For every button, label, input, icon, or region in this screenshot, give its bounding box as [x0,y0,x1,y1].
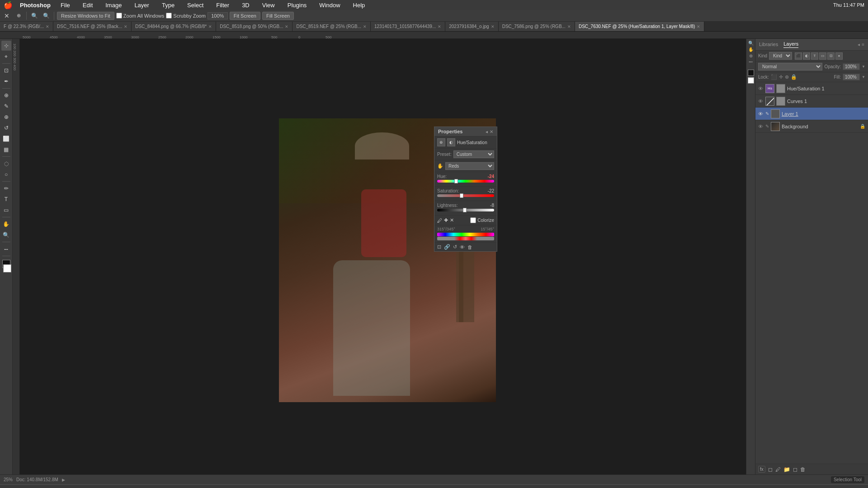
new-layer-icon[interactable]: ◻ [793,466,797,473]
hand-icon[interactable]: ✋ [437,163,443,169]
path-tool[interactable]: ✏ [1,183,11,193]
clip-icon[interactable]: ⊡ [437,244,441,250]
filter-pixel-btn[interactable]: ⬛ [795,52,802,60]
filter-smart-btn[interactable]: ⊡ [827,52,835,60]
crop-tool[interactable]: ⊡ [1,66,11,75]
filter-type-btn[interactable]: T [811,52,818,60]
menu-3d[interactable]: 3D [239,1,252,9]
type-tool[interactable]: T [1,194,11,204]
more-mini-tools[interactable]: ••• [749,60,752,64]
blend-mode-dropdown[interactable]: Normal Multiply Screen [758,63,822,70]
shape-tool[interactable]: ▭ [1,205,11,215]
gradient-tool[interactable]: ▦ [1,145,11,155]
layer-1[interactable]: 👁 ✎ Layer 1 [755,108,868,120]
panel-options-icon[interactable]: ≡ [862,42,864,47]
blur-tool[interactable]: ◌ [1,159,11,169]
new-fill-icon[interactable]: ◻ [768,466,773,473]
menu-view[interactable]: View [259,1,278,9]
menu-image[interactable]: Image [103,1,124,9]
eyedropper-tool[interactable]: ✒ [1,76,11,86]
tab-2[interactable]: DSC_7516.NEF @ 25% (Back... ✕ [53,22,132,32]
lightness-slider-thumb[interactable] [463,208,467,212]
eyedropper-minus-icon[interactable]: ✕ [450,217,454,223]
menu-plugins[interactable]: Plugins [285,1,310,9]
move-tool[interactable]: ✕ [2,11,12,21]
fill-input[interactable] [843,74,860,80]
layer-curves[interactable]: 👁 Curves 1 [755,95,868,108]
libraries-tab[interactable]: Libraries [759,42,778,48]
fit-screen-btn[interactable]: Fit Screen [230,12,260,20]
marquee-tool[interactable]: ⊕ [14,11,24,21]
menu-file[interactable]: File [58,1,73,9]
layer-vis-bg[interactable]: 👁 [758,124,764,129]
visibility-icon[interactable]: 👁 [460,244,465,250]
menu-layer[interactable]: Layer [132,1,152,9]
link-icon[interactable]: 🔗 [444,244,450,250]
panel-close-icon[interactable]: ✕ [490,129,493,134]
menu-help[interactable]: Help [350,1,368,9]
mini-color2[interactable] [748,77,754,84]
opacity-input[interactable] [843,63,860,70]
fill-screen-btn[interactable]: Fill Screen [262,12,294,20]
delete-layer-icon[interactable]: 🗑 [800,466,806,473]
new-group-icon[interactable]: 📁 [783,466,790,473]
tab-3[interactable]: DSC_84844.png @ 66.7% (RGB/8* ✕ [132,22,216,32]
canvas-content[interactable] [20,46,755,474]
tab-8-close[interactable]: ✕ [567,24,571,29]
tab-5-close[interactable]: ✕ [363,24,367,29]
filter-shape-btn[interactable]: ▭ [819,52,826,60]
filter-toggle[interactable]: ● [835,52,843,60]
layer-vis-1[interactable]: 👁 [758,111,764,117]
tab-8[interactable]: DSC_7586.png @ 25% (RGB... ✕ [499,22,575,32]
lock-pixels-icon[interactable]: ⬛ [771,74,777,80]
tab-2-close[interactable]: ✕ [124,24,127,29]
new-adjustment-icon[interactable]: 🖊 [775,466,781,473]
menu-window[interactable]: Window [316,1,343,9]
zoom-input[interactable] [208,12,228,19]
tab-3-close[interactable]: ✕ [208,24,212,29]
history-tool[interactable]: ↺ [1,123,11,133]
hue-slider-thumb[interactable] [454,179,458,183]
canvas-area[interactable]: 100 200 300 400 [13,39,755,474]
channel-dropdown[interactable]: Reds Master Yellows Greens Cyans Blues M… [445,162,494,170]
lock-artboard-icon[interactable]: ⊕ [785,74,789,80]
tab-7-close[interactable]: ✕ [491,24,495,29]
tab-1-close[interactable]: ✕ [46,24,49,29]
resize-windows-btn[interactable]: Resize Windows to Fit [57,12,114,20]
menu-filter[interactable]: Filter [213,1,232,9]
apple-menu[interactable]: 🍎 [4,1,13,9]
panel-expand-icon[interactable]: ◂ [486,129,488,134]
tab-7[interactable]: 20237916384_o.jpg ✕ [445,22,498,32]
layer-vis-hue-sat[interactable]: 👁 [758,86,764,91]
filter-adjust-btn[interactable]: ◐ [803,52,810,60]
healing-tool[interactable]: ⊕ [1,90,11,100]
saturation-slider-thumb[interactable] [460,193,463,198]
zoom-tool[interactable]: 🔍 [1,230,11,240]
eyedropper-plus-icon[interactable]: ✚ [444,217,448,223]
layer-vis-curves[interactable]: 👁 [758,99,764,104]
zoom-mini-tool[interactable]: 🔍 [748,41,754,46]
menu-type[interactable]: Type [159,1,177,9]
opacity-chevron[interactable]: ▼ [862,65,865,69]
tab-9[interactable]: DSC_7630.NEF @ 25% (Hue/Saturation 1, La… [575,22,705,32]
tab-9-close[interactable]: ✕ [697,24,700,29]
mini-color1[interactable] [748,70,754,76]
preset-dropdown[interactable]: Custom Default [453,150,494,158]
brush-tool[interactable]: ✎ [1,101,11,111]
tab-5[interactable]: DSC_8519.NEF @ 25% (RGB... ✕ [292,22,371,32]
layers-tab[interactable]: Layers [783,41,798,48]
tab-4[interactable]: DSC_8518.png @ 50% (RGB... ✕ [216,22,292,32]
zoom-in-btn[interactable]: 🔍 [29,11,39,21]
lasso-tool[interactable]: ⌖ [1,52,11,61]
rotate-mini-tool[interactable]: ⊕ [749,53,753,58]
fx-button[interactable]: fx [758,466,765,473]
fill-chevron[interactable]: ▼ [862,75,865,79]
menu-edit[interactable]: Edit [80,1,95,9]
menu-select[interactable]: Select [184,1,206,9]
eyedropper-icon[interactable]: 🖊 [437,218,442,223]
panel-collapse-icon[interactable]: ◂ [858,42,860,47]
layer-background[interactable]: 👁 ✎ Background 🔒 [755,120,868,133]
lock-all-icon[interactable]: 🔒 [791,74,797,80]
tab-1[interactable]: F @ 22.3% (RGB/... ✕ [0,22,53,32]
eraser-tool[interactable]: ⬜ [1,134,11,144]
